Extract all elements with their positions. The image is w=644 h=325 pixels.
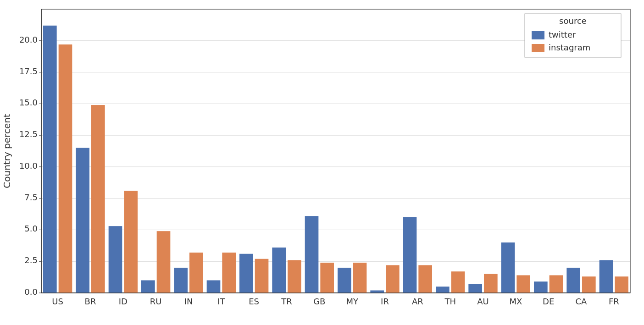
x-label-MY: MY: [346, 297, 359, 306]
x-label-MX: MX: [509, 297, 522, 306]
x-label-IT: IT: [217, 297, 225, 306]
legend-label-instagram: instagram: [549, 43, 590, 52]
bar-twitter-BR: [76, 148, 89, 293]
bar-twitter-ID: [109, 226, 122, 293]
bar-instagram-MX: [516, 275, 530, 293]
svg-text:10.0: 10.0: [19, 161, 38, 171]
bar-instagram-ES: [255, 259, 269, 293]
x-label-CA: CA: [576, 297, 588, 306]
x-label-IN: IN: [184, 297, 193, 306]
bar-twitter-US: [43, 26, 57, 293]
bar-instagram-GB: [320, 263, 334, 293]
bar-twitter-MX: [501, 242, 515, 293]
bar-twitter-FR: [600, 260, 613, 293]
y-axis-label: Country percent: [1, 114, 12, 188]
bar-instagram-DE: [550, 275, 563, 293]
legend-label-twitter: twitter: [549, 30, 576, 39]
bar-instagram-US: [59, 44, 72, 293]
svg-text:20.0: 20.0: [19, 35, 38, 44]
bar-instagram-RU: [157, 231, 171, 293]
bar-twitter-IR: [370, 290, 384, 293]
bar-instagram-IR: [386, 265, 400, 293]
x-label-BR: BR: [85, 297, 96, 306]
bar-instagram-IN: [189, 253, 203, 293]
bar-twitter-AR: [403, 217, 417, 293]
bar-instagram-AR: [418, 265, 432, 293]
bar-instagram-TH: [451, 271, 465, 293]
svg-text:5.0: 5.0: [24, 224, 38, 233]
x-label-AU: AU: [477, 297, 489, 306]
bar-instagram-AU: [484, 274, 498, 293]
chart-container: 0.02.55.07.510.012.515.017.520.0USBRIDRU…: [0, 0, 644, 325]
svg-text:17.5: 17.5: [19, 66, 38, 76]
bar-twitter-RU: [141, 280, 155, 293]
svg-text:2.5: 2.5: [24, 255, 38, 265]
bar-twitter-TR: [272, 248, 286, 293]
x-label-TR: TR: [281, 297, 292, 306]
legend-swatch-instagram: [532, 44, 544, 52]
bar-instagram-IT: [222, 253, 236, 293]
bar-chart: 0.02.55.07.510.012.515.017.520.0USBRIDRU…: [0, 0, 644, 325]
x-label-ID: ID: [119, 297, 128, 306]
bar-instagram-ID: [124, 191, 138, 293]
x-label-TH: TH: [444, 297, 456, 306]
bar-twitter-CA: [566, 268, 580, 293]
bar-twitter-MY: [338, 268, 351, 293]
bar-twitter-IT: [207, 280, 221, 293]
bar-twitter-IN: [174, 268, 188, 293]
x-label-GB: GB: [313, 297, 325, 306]
x-label-IR: IR: [381, 297, 389, 306]
legend-swatch-twitter: [532, 31, 544, 39]
bar-instagram-FR: [615, 276, 628, 293]
x-label-RU: RU: [150, 297, 162, 306]
bar-instagram-BR: [91, 105, 105, 293]
svg-text:15.0: 15.0: [19, 98, 38, 107]
bar-twitter-ES: [239, 254, 253, 293]
svg-text:12.5: 12.5: [19, 129, 38, 139]
x-label-ES: ES: [249, 297, 259, 306]
bar-instagram-MY: [353, 263, 367, 293]
x-label-AR: AR: [412, 297, 423, 306]
x-label-DE: DE: [543, 297, 554, 306]
bar-twitter-DE: [534, 281, 548, 293]
svg-text:0.0: 0.0: [24, 287, 38, 297]
bar-twitter-AU: [468, 284, 482, 293]
x-label-US: US: [52, 297, 63, 306]
x-label-FR: FR: [609, 297, 619, 306]
bar-instagram-TR: [288, 260, 301, 293]
svg-text:7.5: 7.5: [24, 193, 38, 202]
bar-twitter-TH: [436, 286, 450, 293]
legend-title: source: [559, 16, 587, 26]
bar-twitter-GB: [305, 216, 319, 293]
bar-instagram-CA: [582, 276, 596, 293]
